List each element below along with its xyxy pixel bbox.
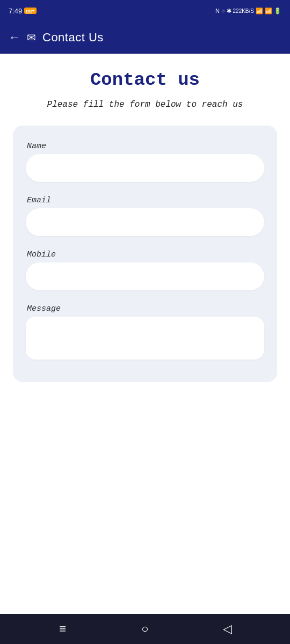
menu-icon[interactable]: ≡ [52, 618, 74, 640]
bottom-nav: ≡ ○ ◁ [0, 614, 290, 644]
message-input[interactable] [26, 317, 264, 360]
email-field-group: Email [26, 196, 264, 236]
page-heading: Contact us [90, 70, 200, 90]
page-subtitle: Please fill the form below to reach us [47, 100, 243, 109]
name-input[interactable] [26, 154, 264, 182]
email-label: Email [26, 196, 264, 205]
main-content: Contact us Please fill the form below to… [0, 54, 290, 614]
mail-icon: ✉ [27, 31, 36, 44]
email-input[interactable] [26, 208, 264, 236]
app-bar: ← ✉ Contact Us [0, 21, 290, 54]
status-bar: 7:49 gg+ N ○ ✱ 222KB/S 📶 📶 🔋 [0, 0, 290, 21]
carrier-badge: gg+ [24, 8, 36, 14]
circle-icon: ○ [221, 8, 225, 14]
message-label: Message [26, 304, 264, 313]
app-bar-title: Contact Us [42, 31, 104, 45]
name-label: Name [26, 142, 264, 151]
mobile-input[interactable] [26, 262, 264, 290]
bluetooth-icon: ✱ [227, 8, 231, 14]
mobile-label: Mobile [26, 250, 264, 259]
wifi-icon: 📶 [256, 8, 263, 14]
status-left: 7:49 gg+ [9, 7, 37, 15]
status-right: N ○ ✱ 222KB/S 📶 📶 🔋 [215, 8, 281, 14]
battery-icon: 🔋 [274, 8, 281, 14]
home-icon[interactable]: ○ [134, 618, 156, 640]
back-button[interactable]: ← [9, 31, 20, 45]
back-icon[interactable]: ◁ [216, 618, 238, 640]
signal-icon: 📶 [265, 8, 272, 14]
contact-form-card: Name Email Mobile Message [13, 126, 277, 382]
n-icon: N [215, 8, 220, 14]
time-display: 7:49 [9, 7, 22, 15]
data-speed: 222KB/S [233, 8, 254, 14]
name-field-group: Name [26, 142, 264, 182]
mobile-field-group: Mobile [26, 250, 264, 290]
message-field-group: Message [26, 304, 264, 360]
